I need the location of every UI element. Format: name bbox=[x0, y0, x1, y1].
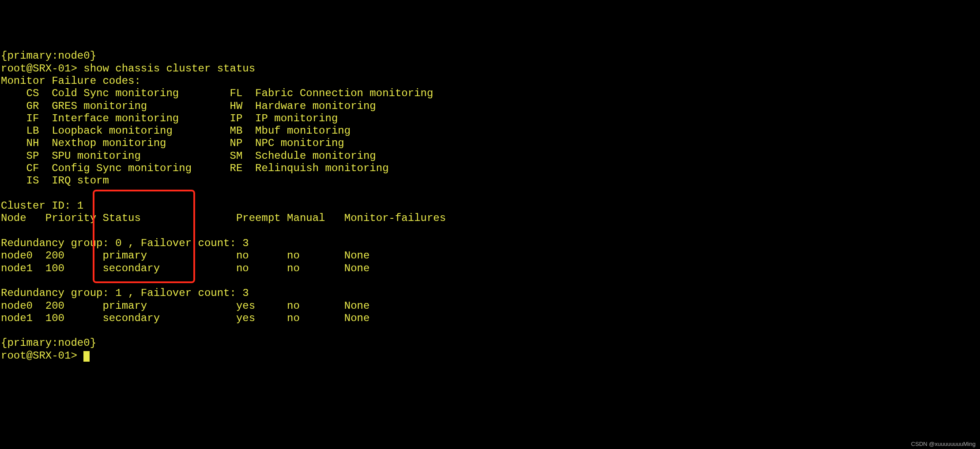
table-row: node0 200 primary no no None bbox=[1, 250, 369, 262]
code-row: SP SPU monitoring SM Schedule monitoring bbox=[1, 150, 376, 162]
code-row: GR GRES monitoring HW Hardware monitorin… bbox=[1, 100, 376, 112]
failure-codes-header: Monitor Failure codes: bbox=[1, 75, 141, 87]
code-row: IF Interface monitoring IP IP monitoring bbox=[1, 112, 338, 124]
column-headers: Node Priority Status Preempt Manual Moni… bbox=[1, 212, 446, 224]
context-line: {primary:node0} bbox=[1, 50, 96, 62]
code-row: IS IRQ storm bbox=[1, 175, 109, 187]
cluster-id: Cluster ID: 1 bbox=[1, 200, 83, 212]
code-row: LB Loopback monitoring MB Mbuf monitorin… bbox=[1, 125, 351, 137]
code-row: CS Cold Sync monitoring FL Fabric Connec… bbox=[1, 87, 433, 99]
cursor bbox=[83, 351, 90, 362]
shell-prompt: root@SRX-01> bbox=[1, 350, 83, 362]
table-row: node1 100 secondary yes no None bbox=[1, 312, 369, 324]
watermark-text: CSDN @xuuuuuuuuMing bbox=[911, 441, 976, 447]
rg0-header: Redundancy group: 0 , Failover count: 3 bbox=[1, 237, 249, 249]
rg1-header: Redundancy group: 1 , Failover count: 3 bbox=[1, 287, 249, 299]
table-row: node1 100 secondary no no None bbox=[1, 262, 369, 274]
code-row: CF Config Sync monitoring RE Relinquish … bbox=[1, 162, 389, 174]
context-line: {primary:node0} bbox=[1, 337, 96, 349]
table-row: node0 200 primary yes no None bbox=[1, 300, 369, 312]
terminal-output[interactable]: {primary:node0} root@SRX-01> show chassi… bbox=[0, 50, 980, 362]
shell-prompt: root@SRX-01> bbox=[1, 63, 83, 75]
code-row: NH Nexthop monitoring NP NPC monitoring bbox=[1, 137, 344, 149]
command-text: show chassis cluster status bbox=[83, 63, 255, 75]
